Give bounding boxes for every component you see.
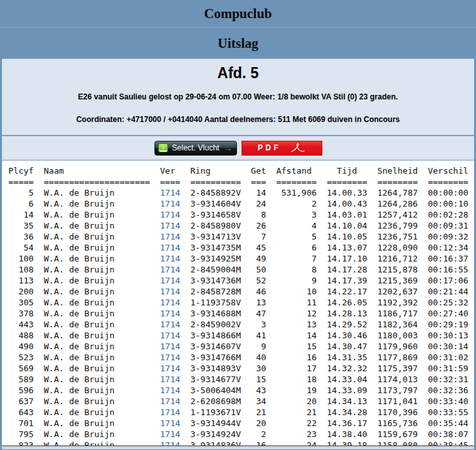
cell-snelheid: 1165,736 bbox=[377, 418, 418, 429]
table-row: 490W.A. de Bruijn17143-9314607V91514.30.… bbox=[8, 341, 474, 352]
cell-verschil: Verschil bbox=[428, 165, 468, 176]
cell-snelheid: 1216,712 bbox=[377, 253, 418, 264]
cell-tijd: 14.31.35 bbox=[327, 352, 367, 363]
ver-link[interactable]: 1714 bbox=[160, 231, 180, 242]
cell-get: 14 bbox=[251, 187, 266, 198]
cell-snelheid: 1202,637 bbox=[377, 286, 418, 297]
ver-link[interactable]: 1714 bbox=[160, 275, 180, 286]
ver-link[interactable]: 1714 bbox=[160, 220, 180, 231]
cell-naam: Naam bbox=[44, 165, 150, 176]
ver-link[interactable]: 1714 bbox=[160, 374, 180, 385]
cell-naam: W.A. de Bruijn bbox=[44, 363, 150, 374]
ver-link[interactable]: 1714 bbox=[160, 429, 180, 440]
cell-snelheid: 1159,679 bbox=[377, 429, 418, 440]
cell-snelheid: 1186,717 bbox=[377, 308, 418, 319]
cell-tijd: 14.30.47 bbox=[327, 341, 367, 352]
cell-ring: 2-8459004M bbox=[191, 264, 241, 275]
cell-tijd: Tijd bbox=[327, 165, 367, 176]
cell-afstand: 21 bbox=[276, 407, 317, 418]
cell-verschil: 00:38:45 bbox=[428, 440, 468, 445]
cell-afstand: 7 bbox=[276, 253, 317, 264]
ver-link[interactable]: 1714 bbox=[160, 330, 180, 341]
ver-link[interactable]: 1714 bbox=[160, 352, 180, 363]
department-heading: Afd. 5 bbox=[2, 59, 474, 81]
cell-afstand: 22 bbox=[276, 418, 317, 429]
window-bottom-edge bbox=[2, 446, 474, 449]
ver-link[interactable]: 1714 bbox=[160, 286, 180, 297]
cell-afstand: 2 bbox=[276, 198, 317, 209]
ver-link[interactable]: 1714 bbox=[160, 297, 180, 308]
ver-link[interactable]: 1714 bbox=[160, 253, 180, 264]
cell-naam: W.A. de Bruijn bbox=[44, 242, 150, 253]
cell-afstand: 15 bbox=[276, 341, 317, 352]
cell-tijd: 14.26.05 bbox=[327, 297, 367, 308]
cell-tijd: 14.00.43 bbox=[327, 198, 367, 209]
ver-link[interactable]: 1714 bbox=[160, 264, 180, 275]
select-vlucht-button[interactable]: ↓ Select. Vlucht → bbox=[154, 141, 237, 156]
cell-afstand: 23 bbox=[276, 429, 317, 440]
flight-info-panel: Afd. 5 E26 vanuit Saulieu gelost op 29-0… bbox=[2, 59, 474, 135]
ver-link[interactable]: 1714 bbox=[160, 396, 180, 407]
cell-get: 30 bbox=[251, 363, 266, 374]
cell-ring: 3-5006404M bbox=[191, 385, 241, 396]
arrow-right-icon: → bbox=[223, 143, 233, 152]
ver-link[interactable]: 1714 bbox=[160, 187, 180, 198]
cell-ring: 2-8458980V bbox=[191, 220, 241, 231]
cell-tijd: 14.34.28 bbox=[327, 407, 367, 418]
table-row: 637W.A. de Bruijn17142-6208698M342014.34… bbox=[8, 396, 474, 407]
ver-link[interactable]: 1714 bbox=[160, 385, 180, 396]
cell-ring: 2-8458728M bbox=[191, 286, 241, 297]
cell-ring: 3-9314866M bbox=[191, 330, 241, 341]
cell-tijd: 14.17.10 bbox=[327, 253, 367, 264]
ver-link[interactable]: 1714 bbox=[160, 363, 180, 374]
cell-naam: W.A. de Bruijn bbox=[44, 330, 150, 341]
cell-naam: W.A. de Bruijn bbox=[44, 187, 150, 198]
cell-afstand: 10 bbox=[276, 286, 317, 297]
cell-get: 16 bbox=[251, 440, 266, 445]
cell-verschil: 00:25:32 bbox=[428, 297, 468, 308]
cell-tijd: 14.03.01 bbox=[327, 209, 367, 220]
ver-link[interactable]: 1714 bbox=[160, 341, 180, 352]
adobe-reader-icon bbox=[290, 143, 305, 153]
ver-link[interactable]: 1714 bbox=[160, 440, 180, 445]
cell-get: 26 bbox=[251, 220, 266, 231]
pdf-button[interactable]: PDF bbox=[242, 141, 322, 156]
table-row: 6W.A. de Bruijn17143-9314604V24214.00.43… bbox=[8, 198, 474, 209]
cell-afstand: 3 bbox=[276, 209, 317, 220]
cell-ring: 1-1193671V bbox=[191, 407, 241, 418]
ver-link[interactable]: 1714 bbox=[160, 242, 180, 253]
cell-get: 7 bbox=[251, 231, 266, 242]
cell-ver: ==== bbox=[160, 176, 180, 187]
cell-tijd: 14.28.13 bbox=[327, 308, 367, 319]
cell-plcyf: 100 bbox=[8, 253, 34, 264]
cell-ring: ========== bbox=[191, 176, 241, 187]
coordinates-line: Coordinaten: +4717000 / +0414040 Aantal … bbox=[2, 115, 474, 125]
cell-verschil: 00:31:02 bbox=[428, 352, 468, 363]
cell-get: 49 bbox=[251, 253, 266, 264]
ver-link[interactable]: 1714 bbox=[160, 209, 180, 220]
cell-verschil: 00:21:44 bbox=[428, 286, 468, 297]
cell-naam: W.A. de Bruijn bbox=[44, 286, 150, 297]
cell-naam: W.A. de Bruijn bbox=[44, 341, 150, 352]
cell-afstand: 13 bbox=[276, 319, 317, 330]
site-header: Compuclub bbox=[0, 0, 476, 28]
ver-link[interactable]: 1714 bbox=[160, 407, 180, 418]
ver-link[interactable]: 1714 bbox=[160, 308, 180, 319]
cell-plcyf: 795 bbox=[8, 429, 34, 440]
table-row: 523W.A. de Bruijn17143-9314766M401614.31… bbox=[8, 352, 474, 363]
cell-naam: W.A. de Bruijn bbox=[44, 308, 150, 319]
cell-verschil: 00:31:59 bbox=[428, 363, 468, 374]
cell-afstand: ======== bbox=[276, 176, 317, 187]
ver-link[interactable]: 1714 bbox=[160, 418, 180, 429]
ver-link[interactable]: 1714 bbox=[160, 198, 180, 209]
ver-link[interactable]: 1714 bbox=[160, 319, 180, 330]
cell-afstand: 4 bbox=[276, 220, 317, 231]
cell-ring: 3-9314735M bbox=[191, 242, 241, 253]
cell-snelheid: 1257,412 bbox=[377, 209, 418, 220]
cell-plcyf: 5 bbox=[8, 187, 34, 198]
toolbar: ↓ Select. Vlucht → PDF bbox=[2, 136, 474, 159]
cell-plcyf: 36 bbox=[8, 231, 34, 242]
cell-plcyf: 54 bbox=[8, 242, 34, 253]
site-title: Compuclub bbox=[204, 6, 272, 21]
cell-snelheid: 1170,396 bbox=[377, 407, 418, 418]
